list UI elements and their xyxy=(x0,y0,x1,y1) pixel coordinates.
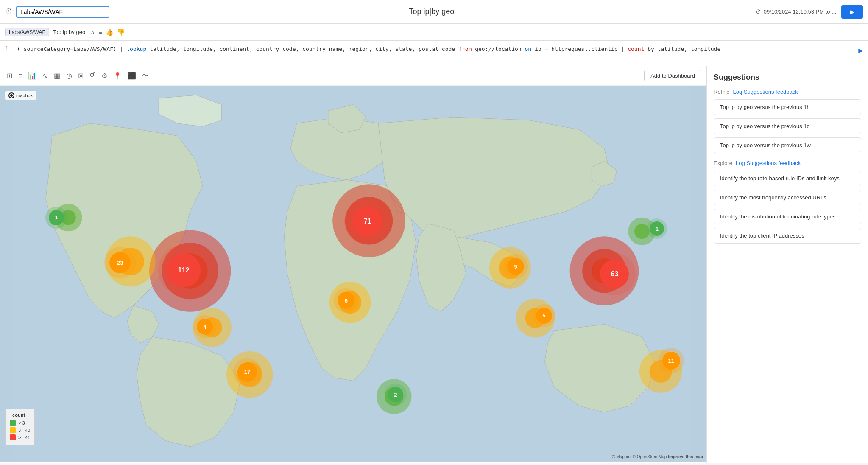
suggestion-card-rate-based[interactable]: Identify the top rate-based rule IDs and… xyxy=(714,171,861,186)
query-count-keyword: count xyxy=(628,46,644,52)
area-chart-icon[interactable]: ▦ xyxy=(52,70,62,81)
thumbs-up-icon[interactable]: 👍 xyxy=(106,28,114,36)
explore-section-header: Explore Log Suggestions feedback xyxy=(714,160,861,166)
main-content: ⊞ ≡ 📊 ∿ ▦ ◷ ⊠ ⚥ ⚙ 📍 ⬛ 〜 Add to Dashboard xyxy=(0,66,868,463)
sankey-icon[interactable]: 〜 xyxy=(140,70,151,82)
refine-section-header: Refine Log Suggestions feedback xyxy=(714,89,861,95)
query-pipe1: | xyxy=(120,46,127,52)
suggestion-card-1w[interactable]: Top ip by geo versus the previous 1w xyxy=(714,137,861,153)
query-part5: by latitude, longitude xyxy=(648,46,720,52)
map-panel: ⊞ ≡ 📊 ∿ ▦ ◷ ⊠ ⚥ ⚙ 📍 ⬛ 〜 Add to Dashboard xyxy=(0,66,707,463)
suggestion-card-1d[interactable]: Top ip by geo versus the previous 1d xyxy=(714,118,861,134)
bubble-value: 5 xyxy=(542,312,545,319)
scatter-chart-icon[interactable]: ⊠ xyxy=(76,70,85,81)
text-icon[interactable]: ⬛ xyxy=(126,70,138,81)
map-legend: _count < 3 3 - 40 >= 41 xyxy=(5,409,35,445)
history-icon[interactable]: ⏱ xyxy=(5,7,13,16)
bubble-71: 71 xyxy=(352,206,382,237)
bubble-value: 11 xyxy=(668,358,674,364)
bubble-2: 2 xyxy=(388,387,403,402)
map-pin-icon[interactable]: 📍 xyxy=(112,70,123,81)
line-number: 1 xyxy=(5,45,12,51)
query-lookup-keyword: lookup xyxy=(126,46,146,52)
list-icon[interactable]: ≡ xyxy=(17,70,24,81)
bubble-value: 4 xyxy=(204,324,207,330)
query-part2: latitude, longitude, continent, country_… xyxy=(150,46,458,52)
thumbs-down-icon[interactable]: 👎 xyxy=(117,28,125,36)
table-icon[interactable]: ⊞ xyxy=(5,70,14,81)
add-to-dashboard-button[interactable]: Add to Dashboard xyxy=(644,70,701,81)
bubble-4: 4 xyxy=(197,319,213,335)
legend-item-green: < 3 xyxy=(10,420,30,426)
bubble-value: 9 xyxy=(514,263,517,270)
bubble-value: 63 xyxy=(611,270,619,278)
bubble-value: 1 xyxy=(55,214,58,221)
query-on-keyword: on xyxy=(525,46,532,52)
bar-chart-icon[interactable]: 📊 xyxy=(26,70,38,81)
bubble-63: 63 xyxy=(600,260,629,289)
run-arrow-icon[interactable]: ▶ xyxy=(858,46,863,55)
bubble-value: 2 xyxy=(394,392,397,398)
breadcrumb-tag[interactable]: Labs/AWS/WAF xyxy=(5,28,49,36)
query-pipe2: | xyxy=(621,46,628,52)
top-bar-right: ⏱ 09/10/2024 12:10:53 PM to ... ▶ xyxy=(756,5,863,19)
bubble-112: 112 xyxy=(167,253,201,287)
legend-label-orange: 3 - 40 xyxy=(18,428,30,433)
search-input-wrap[interactable] xyxy=(16,6,109,18)
attribution-text: © Mapbox © OpenStreetMap xyxy=(612,454,667,459)
line-chart-icon[interactable]: ∿ xyxy=(41,70,50,81)
column-chart-icon[interactable]: ⚙ xyxy=(100,70,109,81)
breadcrumb-bar: Labs/AWS/WAF Top ip by geo ∧ ≡ 👍 👎 xyxy=(0,24,868,41)
suggestion-card-urls[interactable]: Identify the most frequently accessed UR… xyxy=(714,190,861,205)
legend-color-red xyxy=(10,434,16,440)
bubble-6: 6 xyxy=(338,292,354,309)
legend-item-red: >= 41 xyxy=(10,434,30,440)
bubble-23: 23 xyxy=(109,252,131,273)
improve-map-link[interactable]: Improve this map xyxy=(668,454,703,459)
run-button[interactable]: ▶ xyxy=(841,5,863,19)
bubbles-overlay: 1 23 112 4 17 2 xyxy=(0,86,706,462)
pie-chart-icon[interactable]: ◷ xyxy=(64,70,74,81)
legend-color-orange xyxy=(10,427,16,433)
bubble-17: 17 xyxy=(237,362,257,382)
query-part1: (_sourceCategory=Labs/AWS/WAF) xyxy=(17,46,117,52)
bubble-value: 1 xyxy=(656,226,659,232)
search-input[interactable] xyxy=(20,8,105,15)
bubble-value: 17 xyxy=(244,369,250,375)
suggestion-card-top-clients[interactable]: Identify the top client IP addresses xyxy=(714,228,861,244)
mapbox-logo-circle xyxy=(8,92,14,98)
explore-label: Explore xyxy=(714,160,732,166)
sidebar-title: Suggestions xyxy=(714,73,861,82)
time-range-display[interactable]: ⏱ 09/10/2024 12:10:53 PM to ... xyxy=(756,8,836,15)
query-part4: ip = httprequest.clientip xyxy=(535,46,621,52)
query-part3: geo://location xyxy=(475,46,525,52)
legend-title: _count xyxy=(10,412,30,417)
chevron-up-icon[interactable]: ∧ xyxy=(90,28,95,36)
combo-chart-icon[interactable]: ⚥ xyxy=(88,70,97,81)
breadcrumb-current: Top ip by geo xyxy=(53,29,85,35)
query-text[interactable]: (_sourceCategory=Labs/AWS/WAF) | lookup … xyxy=(17,45,853,54)
document-icon[interactable]: ≡ xyxy=(98,28,102,36)
map-attribution: © Mapbox © OpenStreetMap Improve this ma… xyxy=(612,454,703,459)
breadcrumb-actions: ∧ ≡ 👍 👎 xyxy=(90,28,125,36)
bubble-1-ne: 1 xyxy=(650,221,664,236)
bubble-value: 112 xyxy=(178,266,190,274)
refine-label: Refine xyxy=(714,89,730,95)
top-bar-left: ⏱ Top ip|by geo xyxy=(5,6,751,18)
map-toolbar: ⊞ ≡ 📊 ∿ ▦ ◷ ⊠ ⚥ ⚙ 📍 ⬛ 〜 Add to Dashboard xyxy=(0,66,706,86)
map-container[interactable]: 1 23 112 4 17 2 xyxy=(0,86,706,462)
refine-feedback-link[interactable]: Log Suggestions feedback xyxy=(733,89,798,95)
run-icon: ▶ xyxy=(850,8,854,15)
explore-feedback-link[interactable]: Log Suggestions feedback xyxy=(736,160,801,166)
query-editor: 1 (_sourceCategory=Labs/AWS/WAF) | looku… xyxy=(0,41,868,66)
query-from-keyword: from xyxy=(458,46,472,52)
legend-label-red: >= 41 xyxy=(18,435,30,440)
legend-color-green xyxy=(10,420,16,426)
bubble-5: 5 xyxy=(536,308,552,324)
mapbox-logo-text: mapbox xyxy=(16,93,33,98)
bubble-value: 71 xyxy=(363,218,371,225)
mapbox-logo: mapbox xyxy=(5,91,36,100)
suggestion-card-terminating-rules[interactable]: Identify the distribution of terminating… xyxy=(714,209,861,224)
legend-label-green: < 3 xyxy=(18,420,25,426)
suggestion-card-1h[interactable]: Top ip by geo versus the previous 1h xyxy=(714,99,861,115)
